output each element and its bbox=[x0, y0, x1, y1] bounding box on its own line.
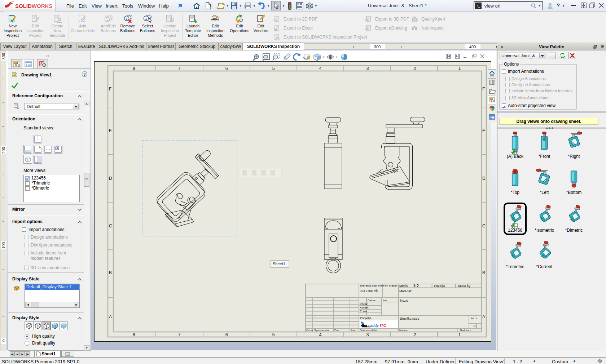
svg-text:Dne: Dne bbox=[334, 329, 339, 332]
svg-text:1: 1 bbox=[458, 332, 461, 337]
svg-text:Material:: Material: bbox=[399, 289, 412, 293]
svg-text:2: 2 bbox=[414, 66, 416, 71]
svg-text:B: B bbox=[109, 270, 112, 275]
svg-text:A: A bbox=[56, 147, 59, 150]
svg-text:1 l: 1 l bbox=[473, 324, 476, 328]
svg-text:ISO 2768-mk: ISO 2768-mk bbox=[360, 289, 378, 293]
svg-text:*Top: *Top bbox=[511, 190, 519, 195]
svg-text:400: 400 bbox=[469, 45, 476, 49]
svg-text:1: 1 bbox=[145, 17, 147, 21]
svg-text:*Isometric: *Isometric bbox=[535, 228, 554, 233]
svg-text:6: 6 bbox=[225, 332, 228, 337]
svg-text:Številka risbe: Številka risbe bbox=[400, 317, 420, 320]
svg-text:list: 1: list: 1 bbox=[471, 317, 477, 320]
svg-text:Pozicija: Pozicija bbox=[434, 284, 445, 288]
svg-text:A: A bbox=[109, 314, 112, 319]
svg-text:*Left: *Left bbox=[540, 190, 549, 195]
svg-text:B: B bbox=[482, 270, 485, 275]
svg-text:Naziv: Naziv bbox=[400, 299, 408, 302]
svg-text:D: D bbox=[109, 176, 112, 181]
svg-text:300: 300 bbox=[1, 53, 6, 59]
svg-text:7: 7 bbox=[178, 66, 181, 71]
svg-text:3: 3 bbox=[366, 332, 369, 337]
svg-text:8: 8 bbox=[133, 66, 135, 71]
svg-text:100: 100 bbox=[1, 242, 6, 249]
svg-text:Merilo: Merilo bbox=[399, 284, 408, 288]
svg-text:Kontrol.: Kontrol. bbox=[360, 306, 369, 309]
svg-text:E: E bbox=[109, 128, 112, 133]
svg-text:*Bottom: *Bottom bbox=[566, 190, 582, 195]
svg-text:SOLIDWORKS: SOLIDWORKS bbox=[15, 3, 52, 9]
svg-text:Toleranca odp. mer: Toleranca odp. mer bbox=[360, 284, 383, 287]
svg-text:F: F bbox=[482, 86, 485, 92]
svg-text:5: 5 bbox=[272, 66, 275, 71]
svg-text:*Front: *Front bbox=[539, 154, 550, 159]
svg-text:Nadom.: Nadom. bbox=[399, 329, 409, 332]
svg-text:0: 0 bbox=[1, 339, 6, 342]
svg-text:7: 7 bbox=[178, 332, 181, 337]
svg-text:1:2: 1:2 bbox=[413, 284, 419, 288]
svg-text:4: 4 bbox=[319, 66, 322, 71]
svg-text:3: 3 bbox=[366, 66, 369, 71]
svg-text:6: 6 bbox=[225, 66, 228, 71]
svg-text:Datum: Datum bbox=[368, 299, 376, 302]
svg-text:Ime: Ime bbox=[383, 299, 387, 302]
svg-text:R.slov.: R.slov. bbox=[360, 310, 368, 313]
svg-text:Izdelal: Izdelal bbox=[360, 302, 368, 306]
svg-text:C: C bbox=[109, 223, 112, 228]
svg-text:4: 4 bbox=[319, 332, 322, 337]
svg-text:300: 300 bbox=[374, 45, 381, 49]
svg-text:*Dimetric: *Dimetric bbox=[565, 228, 583, 233]
svg-text:E: E bbox=[482, 128, 485, 133]
svg-text:C: C bbox=[482, 223, 486, 228]
svg-text:Ime: Ime bbox=[351, 329, 356, 332]
svg-text:Sheet1: Sheet1 bbox=[273, 262, 285, 266]
svg-text:D: D bbox=[482, 176, 486, 181]
svg-text:Masa kg: Masa kg bbox=[458, 284, 470, 288]
svg-text:2: 2 bbox=[414, 332, 416, 337]
svg-text:5: 5 bbox=[272, 332, 275, 337]
svg-text:8: 8 bbox=[133, 332, 135, 337]
svg-text:1: 1 bbox=[106, 18, 108, 22]
svg-text:*Trimetric: *Trimetric bbox=[506, 264, 524, 269]
svg-text:A: A bbox=[482, 314, 485, 319]
svg-text:*Right: *Right bbox=[568, 154, 580, 159]
svg-text:(A) Back: (A) Back bbox=[507, 154, 524, 159]
svg-text:1: 1 bbox=[126, 17, 127, 21]
svg-text:F: F bbox=[109, 86, 111, 92]
svg-text:Nadom. z: Nadom. z bbox=[460, 329, 471, 332]
svg-text:*Current: *Current bbox=[536, 264, 553, 269]
svg-text:Osnovna risba: Osnovna risba bbox=[360, 329, 377, 332]
svg-text:ITC: ITC bbox=[380, 323, 387, 328]
svg-text:123456: 123456 bbox=[508, 228, 522, 233]
svg-text:Osna. Sprememba: Osna. Sprememba bbox=[306, 329, 329, 332]
svg-text:caddy: caddy bbox=[368, 324, 379, 328]
svg-text:1: 1 bbox=[458, 66, 461, 71]
svg-text:200: 200 bbox=[1, 147, 6, 154]
svg-text:Pov. hrapav: Pov. hrapav bbox=[383, 284, 398, 287]
svg-text:Podjetje: Podjetje bbox=[360, 316, 372, 320]
